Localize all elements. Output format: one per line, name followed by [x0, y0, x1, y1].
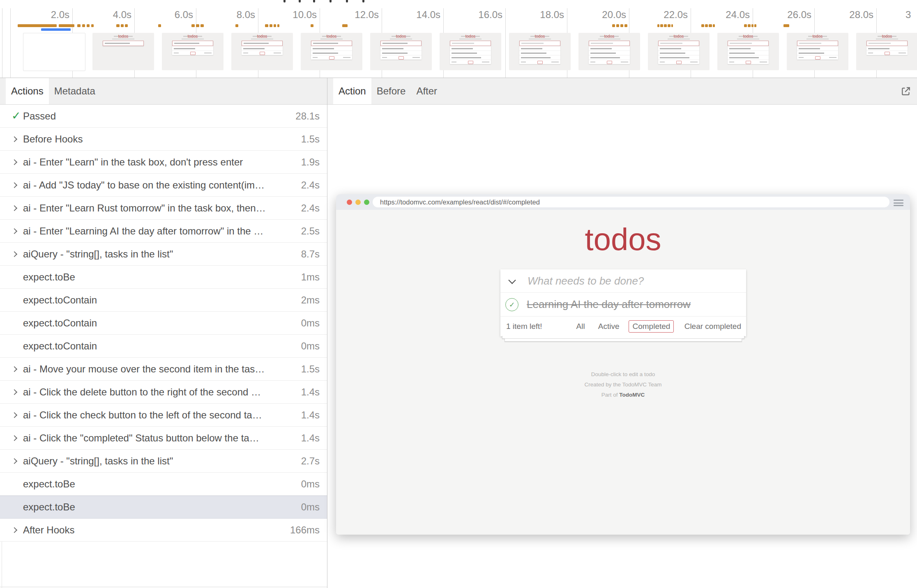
timeline-action-mark [657, 24, 659, 27]
timeline-tick-label: 14.0s [375, 9, 440, 20]
filmstrip-thumbnail[interactable]: todos [301, 33, 362, 70]
thumbnail-todo-row [172, 46, 213, 51]
filmstrip-thumbnail[interactable]: todos [648, 33, 710, 70]
action-row[interactable]: aiQuery - "string[], tasks in the list"8… [0, 243, 327, 266]
thumbnail-input-row [380, 41, 422, 46]
chevron-right-glyph [12, 389, 17, 395]
action-row[interactable]: After Hooks166ms [0, 519, 327, 542]
action-row[interactable]: ai - Click the check button to the left … [0, 404, 327, 427]
action-row[interactable]: ai - Add "JS today" to base on the exist… [0, 174, 327, 197]
filmstrip-thumbnail[interactable]: todos [162, 33, 223, 70]
action-row[interactable]: expect.toContain2ms [0, 289, 327, 312]
filmstrip-thumbnail[interactable]: todos [717, 33, 779, 70]
action-row[interactable]: ai - Click the delete button to the righ… [0, 381, 327, 404]
thumbnail-todos-title: todos [370, 34, 432, 39]
todomvc-info-footer: Double-click to edit a todo Created by t… [336, 369, 910, 400]
thumbnail-todos-title: todos [231, 34, 293, 39]
thumbnail-todo-row [311, 46, 352, 51]
timeline-tick-label: 4.0s [66, 9, 131, 20]
clipped-title-fragment [346, 0, 348, 2]
open-in-new-window-icon[interactable] [900, 85, 912, 97]
action-label: ai - Click the delete button to the righ… [23, 386, 295, 398]
filmstrip-thumbnail[interactable]: todos [509, 33, 571, 70]
thumbnail-todos-title: todos [301, 34, 362, 39]
timeline-action-mark [624, 24, 627, 27]
filmstrip-thumbnail[interactable]: todos [231, 33, 293, 70]
action-row[interactable]: aiQuery - "string[], tasks in the list"2… [0, 450, 327, 473]
check-icon: ✓ [12, 110, 23, 122]
todomvc-page: todos What needs to be done? ✓ Learning … [336, 210, 910, 535]
filter-active[interactable]: Active [594, 320, 623, 333]
thumbnail-todo-row [658, 51, 699, 55]
thumbnail-todo-text [799, 53, 824, 54]
action-row[interactable]: expect.toBe1ms [0, 266, 327, 289]
action-label: expect.toContain [23, 294, 295, 306]
action-label: ai - Enter "Learn" in the task box, don'… [23, 156, 295, 168]
filmstrip-thumbnail[interactable]: todos [787, 33, 848, 70]
action-duration: 1.5s [301, 133, 320, 145]
thumbnail-footer-row [728, 60, 769, 64]
action-row[interactable]: expect.toBe0ms [0, 496, 327, 519]
filmstrip-thumbnail[interactable] [23, 33, 85, 71]
thumbnail-footer-text [899, 53, 906, 54]
filmstrip-thumbnail[interactable]: todos [370, 33, 432, 70]
thumbnail-input-row [589, 41, 630, 46]
tab-action[interactable]: Action [333, 78, 371, 104]
browser-snapshot-window: https://todomvc.com/examples/react/dist/… [336, 194, 910, 535]
thumbnail-input-text [382, 43, 408, 44]
timeline-action-mark [277, 24, 279, 27]
thumbnail-todo-card [866, 41, 908, 55]
filter-all[interactable]: All [573, 320, 589, 333]
toggle-all-chevron-down-icon[interactable] [508, 276, 516, 284]
thumbnail-footer-text [729, 62, 734, 63]
trace-viewer: 2.0s4.0s6.0s8.0s10.0s12.0s14.0s16.0s18.0… [0, 0, 917, 588]
snapshot-panel-tabbar: ActionBeforeAfter [327, 78, 917, 105]
timeline-action-mark [705, 24, 708, 27]
action-row[interactable]: Before Hooks1.5s [0, 128, 327, 151]
new-todo-placeholder[interactable]: What needs to be done? [528, 269, 644, 292]
thumbnail-input-row [450, 41, 491, 46]
timeline-selected-action-span [41, 28, 71, 31]
thumbnail-todo-row [728, 46, 769, 51]
thumbnail-input-row [728, 41, 769, 46]
thumbnail-input-row [658, 41, 699, 46]
action-row[interactable]: expect.toContain0ms [0, 312, 327, 335]
action-row[interactable]: expect.toBe0ms [0, 473, 327, 496]
filter-completed[interactable]: Completed [629, 320, 674, 333]
filmstrip-thumbnail[interactable]: todos [440, 33, 501, 70]
tab-before[interactable]: Before [371, 78, 411, 104]
action-row[interactable]: expect.toContain0ms [0, 335, 327, 358]
action-row[interactable]: ai - Move your mouse over the second ite… [0, 358, 327, 381]
filmstrip-thumbnail[interactable]: todos [856, 33, 917, 70]
new-todo-row[interactable]: What needs to be done? [500, 269, 746, 292]
action-row[interactable]: ai - Click the "completed" Status button… [0, 427, 327, 450]
todomvc-brand-link[interactable]: TodoMVC [619, 392, 645, 398]
todo-completed-check-icon[interactable]: ✓ [505, 298, 518, 311]
thumbnail-todo-card [242, 41, 283, 55]
action-row[interactable]: ai - Enter "Learn" in the task box, don'… [0, 151, 327, 174]
timeline-action-mark [87, 24, 90, 27]
timeline-gridline [2, 8, 2, 78]
thumbnail-input-text [591, 43, 613, 44]
thumbnail-todo-row [658, 46, 699, 51]
action-row[interactable]: ✓Passed28.1s [0, 105, 327, 128]
thumbnail-todo-row [866, 46, 908, 51]
action-row[interactable]: ai - Enter "Learning AI the day after to… [0, 220, 327, 243]
thumbnail-filter-box [468, 61, 473, 64]
filmstrip-thumbnail[interactable]: todos [578, 33, 640, 70]
thumbnail-footer-text [521, 62, 526, 63]
chevron-right-icon [12, 252, 23, 256]
thumbnail-footer-text [799, 57, 804, 58]
thumbnail-todo-text [452, 48, 473, 49]
tab-actions[interactable]: Actions [6, 78, 49, 104]
tab-after[interactable]: After [411, 78, 442, 104]
todo-item-row[interactable]: ✓ Learning AI the day after tomorrow [500, 292, 746, 316]
action-duration: 1.4s [301, 432, 320, 444]
filmstrip-thumbnail[interactable]: todos [92, 33, 154, 70]
tab-metadata[interactable]: Metadata [49, 78, 101, 104]
action-row[interactable]: ai - Enter "Learn Rust tomorrow" in the … [0, 197, 327, 220]
thumbnail-todo-row [519, 46, 560, 51]
timeline-ruler[interactable]: 2.0s4.0s6.0s8.0s10.0s12.0s14.0s16.0s18.0… [0, 0, 917, 78]
timeline-action-mark [91, 24, 94, 27]
clear-completed-button[interactable]: Clear completed [684, 322, 741, 331]
